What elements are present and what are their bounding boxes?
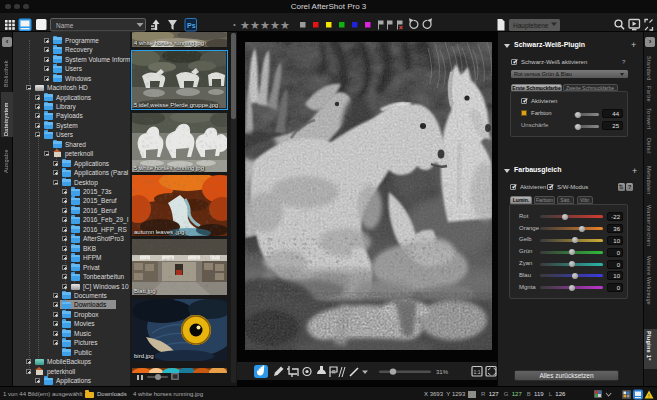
svg-text:★: ★ bbox=[270, 19, 280, 31]
svg-text:1:1: 1:1 bbox=[474, 369, 481, 375]
svg-text:Name: Name bbox=[56, 22, 74, 29]
svg-text:Ps: Ps bbox=[187, 22, 196, 29]
svg-text:★: ★ bbox=[280, 19, 290, 31]
svg-text:★: ★ bbox=[260, 19, 270, 31]
svg-text:★: ★ bbox=[250, 19, 260, 31]
svg-text:R: R bbox=[332, 369, 336, 375]
svg-text:31%: 31% bbox=[436, 369, 449, 375]
svg-text:Hauptebene: Hauptebene bbox=[513, 22, 549, 30]
svg-text:★: ★ bbox=[240, 19, 250, 31]
